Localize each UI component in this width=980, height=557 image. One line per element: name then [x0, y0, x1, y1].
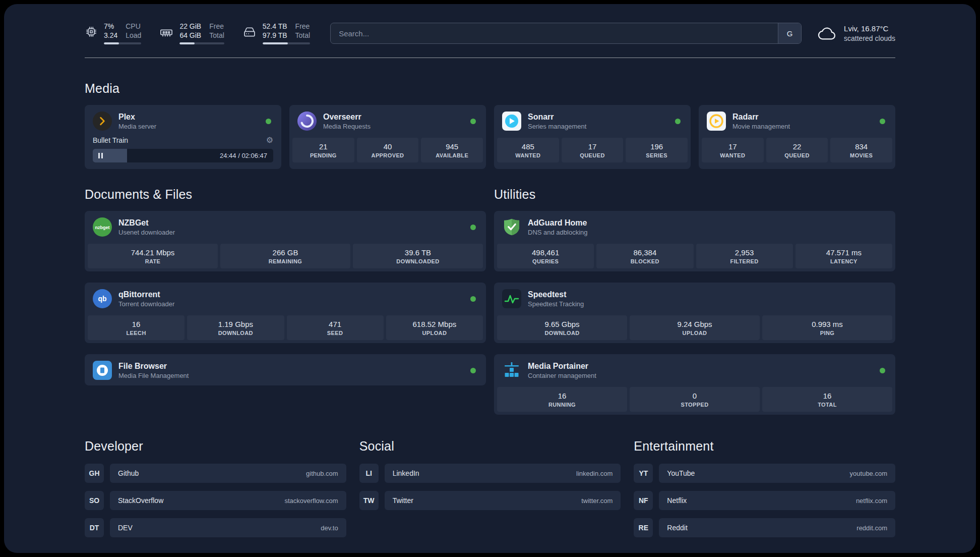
radarr-icon	[707, 112, 726, 131]
stat-value: 21	[294, 142, 352, 151]
stat-label: TOTAL	[764, 402, 890, 408]
link-github[interactable]: GH Github github.com	[85, 464, 346, 483]
netflix-abbr-icon: NF	[634, 491, 653, 510]
stat-label: RATE	[90, 258, 216, 264]
stat-label: FILTERED	[698, 258, 791, 264]
filebrowser-card[interactable]: File Browser Media File Management	[85, 354, 486, 385]
adguard-name: AdGuard Home	[528, 218, 588, 228]
nzbget-card[interactable]: nzbget NZBGet Usenet downloader 744.21 M…	[85, 211, 486, 271]
link-url: dev.to	[321, 524, 338, 532]
sonarr-card[interactable]: Sonarr Series management 485 WANTED 17 Q…	[494, 105, 691, 169]
portainer-stat-stopped: 0 STOPPED	[630, 387, 760, 412]
sonarr-status-dot	[675, 119, 681, 124]
weather-condition: scattered clouds	[844, 34, 895, 42]
stat-label: SEED	[289, 330, 382, 336]
radarr-card[interactable]: Radarr Movie management 17 WANTED 22 QUE…	[699, 105, 895, 169]
plex-playback-time: 24:44 / 02:06:47	[220, 152, 273, 159]
stat-label: SERIES	[628, 152, 686, 158]
speedtest-icon	[502, 289, 521, 308]
cpu-stat: 7% 3.24 CPU Load	[85, 22, 141, 44]
qbittorrent-name: qBittorrent	[118, 290, 174, 299]
svg-text:nzbget: nzbget	[95, 225, 110, 230]
link-youtube[interactable]: YT YouTube youtube.com	[634, 464, 895, 483]
radarr-stat-wanted: 17 WANTED	[702, 138, 764, 162]
stat-value: 834	[832, 142, 890, 151]
system-stats: 7% 3.24 CPU Load	[85, 22, 310, 44]
speedtest-name: Speedtest	[528, 290, 584, 299]
radarr-name: Radarr	[732, 113, 790, 122]
overseerr-card[interactable]: Overseerr Media Requests 21 PENDING 40 A…	[289, 105, 486, 169]
adguard-subtitle: DNS and adblocking	[528, 229, 588, 236]
stat-value: 86,384	[598, 248, 691, 257]
disk-label-bottom: Total	[295, 31, 311, 39]
overseerr-stat-pending: 21 PENDING	[292, 138, 354, 162]
adguard-stat-blocked: 86,384 BLOCKED	[596, 244, 693, 268]
qbittorrent-status-dot	[470, 296, 476, 302]
link-reddit[interactable]: RE Reddit reddit.com	[634, 518, 895, 537]
qbittorrent-card[interactable]: qb qBittorrent Torrent downloader 16	[85, 283, 486, 343]
search-engine-button[interactable]: G	[778, 23, 801, 43]
gear-icon[interactable]: ⚙	[266, 136, 273, 144]
nzbget-stat-rate: 744.21 Mbps RATE	[88, 244, 218, 268]
cpu-usage-value: 7%	[104, 22, 117, 30]
link-twitter[interactable]: TW Twitter twitter.com	[359, 491, 621, 510]
speedtest-subtitle: Speedtest Tracking	[528, 300, 584, 308]
qbittorrent-stat-upload: 618.52 Mbps UPLOAD	[386, 315, 483, 340]
adguard-card[interactable]: AdGuard Home DNS and adblocking 498,461 …	[494, 211, 895, 271]
stat-value: 0	[632, 392, 758, 400]
adguard-stat-filtered: 2,953 FILTERED	[696, 244, 793, 268]
stat-label: REMAINING	[222, 258, 348, 264]
portainer-name: Media Portainer	[528, 362, 596, 371]
radarr-subtitle: Movie management	[732, 123, 790, 130]
stat-label: BLOCKED	[598, 258, 691, 264]
portainer-icon	[502, 361, 521, 380]
stat-label: QUERIES	[499, 258, 592, 264]
speedtest-card[interactable]: Speedtest Speedtest Tracking 9.65 Gbps D…	[494, 283, 895, 343]
radarr-status-dot	[880, 119, 885, 124]
portainer-card[interactable]: Media Portainer Container management 16 …	[494, 354, 895, 415]
dev-abbr-icon: DT	[85, 518, 104, 537]
stat-value: 47.571 ms	[798, 248, 890, 257]
link-netflix[interactable]: NF Netflix netflix.com	[634, 491, 895, 510]
portainer-status-dot	[880, 368, 885, 373]
speedtest-stat-download: 9.65 Gbps DOWNLOAD	[497, 315, 627, 340]
link-url: linkedin.com	[576, 470, 612, 477]
stat-label: WANTED	[499, 152, 557, 158]
weather-location: Lviv, 16.87°C	[844, 24, 895, 33]
youtube-abbr-icon: YT	[634, 464, 653, 483]
link-name: LinkedIn	[393, 469, 419, 477]
plex-card[interactable]: Plex Media server Bullet Train ⚙ 24:44 /…	[85, 105, 281, 169]
nzbget-name: NZBGet	[118, 218, 175, 228]
plex-subtitle: Media server	[118, 123, 156, 130]
plex-seek-bar[interactable]: 24:44 / 02:06:47	[93, 149, 273, 162]
cpu-load-value: 3.24	[104, 31, 117, 39]
link-url: reddit.com	[856, 524, 887, 532]
sonarr-stat-wanted: 485 WANTED	[497, 138, 559, 162]
disk-label-top: Free	[295, 22, 311, 30]
portainer-subtitle: Container management	[528, 372, 596, 379]
cpu-icon	[85, 25, 98, 38]
link-dev[interactable]: DT DEV dev.to	[85, 518, 346, 537]
stat-label: WANTED	[704, 152, 762, 158]
stat-label: QUEUED	[564, 152, 622, 158]
link-name: DEV	[118, 524, 133, 532]
memory-total-value: 64 GiB	[179, 31, 201, 39]
nzbget-subtitle: Usenet downloader	[118, 229, 175, 236]
pause-icon[interactable]	[98, 153, 103, 158]
sonarr-subtitle: Series management	[528, 123, 586, 130]
cloud-icon	[817, 26, 838, 41]
memory-progress-bar	[179, 42, 224, 44]
stat-value: 945	[423, 142, 481, 151]
link-name: StackOverflow	[118, 496, 163, 505]
link-linkedin[interactable]: LI LinkedIn linkedin.com	[359, 464, 621, 483]
link-url: stackoverflow.com	[284, 497, 338, 505]
filebrowser-name: File Browser	[118, 362, 189, 371]
stat-label: DOWNLOAD	[499, 330, 625, 336]
portainer-stat-total: 16 TOTAL	[762, 387, 892, 412]
search-input[interactable]	[331, 23, 778, 43]
stat-value: 0.993 ms	[764, 320, 890, 328]
stat-label: PENDING	[294, 152, 352, 158]
link-stackoverflow[interactable]: SO StackOverflow stackoverflow.com	[85, 491, 346, 510]
section-title-entertainment: Entertainment	[634, 439, 895, 454]
media-card-row: Plex Media server Bullet Train ⚙ 24:44 /…	[85, 105, 895, 169]
